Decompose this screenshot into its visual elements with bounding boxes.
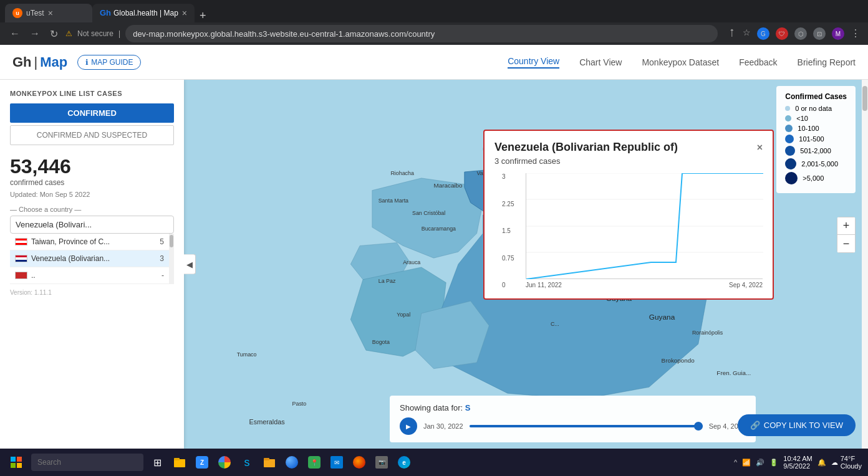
collapse-sidebar-button[interactable]: ◀: [184, 254, 196, 275]
taskbar-firefox[interactable]: [350, 454, 368, 471]
map-scrollbar[interactable]: [862, 80, 868, 449]
list-item-venezuela[interactable]: Venezuela (Bolivarian... 3: [10, 250, 169, 267]
legend-dot-5: [785, 158, 796, 169]
showing-data-label: Showing data for: S: [400, 403, 746, 412]
nav-country-view[interactable]: Country View: [508, 56, 559, 69]
play-button[interactable]: ▶: [400, 417, 417, 435]
legend-dot-2: [785, 125, 793, 132]
list-item[interactable]: Taiwan, Province of C... 5: [10, 234, 169, 250]
case-label: confirmed cases: [10, 178, 174, 187]
menu-icon[interactable]: ⋮: [851, 27, 861, 40]
tab-utest-label: uTest: [26, 9, 44, 17]
bookmark-icon[interactable]: ☆: [743, 27, 751, 40]
start-button[interactable]: [6, 452, 26, 472]
popup-close-button[interactable]: ×: [757, 142, 763, 153]
y-label-3: 3: [502, 173, 514, 180]
country-popup: Venezuela (Bolivarian Republic of) × 3 c…: [483, 130, 774, 300]
info-icon: ℹ: [85, 58, 89, 67]
timeline-slider[interactable]: [470, 425, 703, 427]
svg-rect-48: [264, 458, 269, 460]
taskbar-maps[interactable]: 📍: [306, 454, 323, 471]
new-tab-button[interactable]: +: [195, 9, 211, 22]
svg-text:Pasto: Pasto: [292, 401, 307, 407]
svg-text:Rorainópolis: Rorainópolis: [692, 330, 723, 336]
date-slider: Showing data for: S ▶ Jan 30, 2022 Sep 4…: [390, 396, 756, 442]
svg-text:Bucaramanga: Bucaramanga: [422, 226, 456, 232]
svg-text:Yopal: Yopal: [397, 312, 410, 318]
svg-text:La Paz: La Paz: [379, 278, 396, 284]
taskbar-mail[interactable]: ✉: [328, 454, 345, 471]
logo-gh: Gh: [12, 54, 32, 70]
taiwan-name: Taiwan, Province of C...: [31, 237, 156, 246]
sidebar-title: MONKEYPOX LINE LIST CASES: [10, 90, 174, 97]
tab-globalhealth[interactable]: Gh Global.health | Map ×: [92, 4, 195, 22]
copy-link-button[interactable]: 🔗 COPY LINK TO VIEW: [738, 414, 856, 436]
confirmed-button[interactable]: CONFIRMED: [10, 103, 174, 123]
network-icon: 📶: [742, 459, 751, 467]
country-search-input[interactable]: [10, 216, 174, 234]
taiwan-flag: [15, 238, 27, 245]
venezuela-flag: [15, 255, 27, 262]
notification-icon[interactable]: 🔔: [817, 459, 826, 467]
tab-utest[interactable]: u uTest ×: [5, 4, 92, 22]
svg-text:Bogota: Bogota: [372, 339, 390, 345]
play-icon: ▶: [406, 423, 411, 430]
slider-thumb: [694, 422, 703, 431]
list-item-dot[interactable]: .. -: [10, 267, 169, 284]
nav-feedback[interactable]: Feedback: [739, 57, 777, 67]
svg-rect-42: [17, 457, 22, 462]
taskbar-task-view[interactable]: ⊞: [148, 454, 166, 471]
link-icon: 🔗: [750, 421, 760, 430]
chrome-icon: G: [757, 27, 769, 40]
forward-button[interactable]: →: [27, 26, 42, 42]
taskbar-system-tray: ^ 📶 🔊 🔋 10:42 AM 9/5/2022 🔔 ☁ 74°F Cloud…: [734, 455, 862, 470]
taskbar-browser-ball[interactable]: [283, 454, 301, 471]
tab-globalhealth-close[interactable]: ×: [182, 8, 187, 18]
taskbar: ⊞ Z s 📍 ✉ 📷 e ^ 📶 🔊 🔋: [0, 449, 868, 476]
address-bar-input[interactable]: [125, 25, 718, 42]
taskbar-skype[interactable]: s: [238, 454, 256, 471]
nav-briefing-report[interactable]: Briefing Report: [798, 57, 856, 67]
shield-icon: 🛡: [776, 27, 788, 40]
profile-icon[interactable]: M: [832, 27, 844, 40]
chart-x-axis: Jun 11, 2022 Sep 4, 2022: [526, 282, 763, 288]
x-label-start: Jun 11, 2022: [526, 282, 562, 288]
confirmed-cases-legend: Confirmed Cases 0 or no data <10 10-100 …: [776, 86, 856, 193]
popup-title: Venezuela (Bolivarian Republic of) ×: [494, 141, 763, 154]
system-tray-arrow[interactable]: ^: [734, 459, 737, 466]
zoom-out-button[interactable]: −: [837, 235, 855, 252]
taskbar-camera[interactable]: 📷: [373, 454, 390, 471]
zoom-in-button[interactable]: +: [837, 217, 855, 235]
taskbar-zoom[interactable]: Z: [193, 454, 211, 471]
chart-canvas: [526, 173, 763, 279]
svg-rect-44: [17, 463, 22, 468]
svg-text:Tumaco: Tumaco: [237, 351, 257, 358]
confirmed-suspected-button[interactable]: CONFIRMED AND SUSPECTED: [10, 125, 174, 145]
svg-rect-43: [11, 463, 16, 468]
map-area[interactable]: Caracas Barcelona Georgetown Paramaribo …: [184, 80, 868, 449]
taskbar-folder-alt[interactable]: [261, 454, 278, 471]
nav-dataset[interactable]: Monkeypox Dataset: [642, 57, 719, 67]
taskbar-edge[interactable]: e: [395, 454, 413, 471]
popup-chart: 3 2.25 1.5 0.75 0: [513, 173, 763, 288]
refresh-button[interactable]: ↻: [47, 26, 60, 42]
nav-chart-view[interactable]: Chart View: [579, 57, 622, 67]
taskbar-chrome[interactable]: [216, 454, 233, 471]
volume-icon: 🔊: [756, 459, 764, 467]
taskbar-search[interactable]: [31, 454, 143, 471]
taskbar-file-explorer[interactable]: [171, 454, 188, 471]
dot-count: -: [162, 271, 164, 280]
list-scrollbar[interactable]: [169, 234, 174, 284]
taskbar-time[interactable]: 10:42 AM 9/5/2022: [783, 455, 812, 470]
map-guide-button[interactable]: ℹ MAP GUIDE: [77, 55, 141, 70]
share-icon[interactable]: ⭡: [728, 27, 736, 40]
app-header: Gh | Map ℹ MAP GUIDE Country View Chart …: [0, 45, 868, 80]
country-select-label: — Choose a country —: [10, 206, 174, 213]
svg-text:Esmeraldas: Esmeraldas: [249, 418, 286, 426]
tab-utest-close[interactable]: ×: [48, 8, 53, 18]
svg-text:C...: C...: [551, 321, 559, 327]
back-button[interactable]: ←: [7, 26, 22, 42]
svg-text:Arauca: Arauca: [403, 259, 420, 265]
date-display: 9/5/2022: [783, 462, 812, 470]
svg-text:Maracaibo: Maracaibo: [434, 182, 463, 189]
